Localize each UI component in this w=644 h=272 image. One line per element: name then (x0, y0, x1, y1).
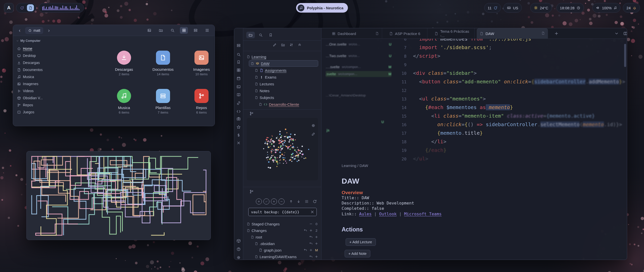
forward-button[interactable]: › (46, 27, 52, 33)
button-add-note[interactable]: + Add Note (345, 250, 370, 257)
note-link-outlook[interactable]: Outlook (379, 212, 397, 216)
tree-item-exams[interactable]: !Exams (243, 74, 321, 81)
tree-item-subjects[interactable]: Subjects (243, 94, 321, 101)
keyboard-layout-module[interactable]: US (503, 3, 522, 13)
sidebar-item-videos[interactable]: Videos (16, 87, 56, 94)
weather-module[interactable]: 24°C (530, 3, 552, 13)
graph-ribbon-button[interactable] (236, 68, 241, 73)
graph-panel-icon[interactable] (249, 111, 254, 116)
folder-item-documentos[interactable]: Documentos 14 items (148, 51, 178, 76)
scrollbar-thumb[interactable] (624, 44, 626, 67)
sidebar-item-desktop[interactable]: Desktop (16, 52, 56, 59)
notifications-module[interactable]: 24 (623, 3, 640, 13)
now-playing-pill[interactable]: Polyphia - Neurotica (296, 3, 348, 13)
commit-message-input[interactable] (248, 208, 317, 216)
tree-item-daw[interactable]: DAW (243, 60, 321, 67)
git-row-changes[interactable]: Changes2 (243, 227, 321, 234)
code-ribbon-button[interactable] (236, 109, 241, 114)
folder-item-musica[interactable]: Musica 6 items (109, 89, 139, 114)
camera-ribbon-button[interactable] (236, 117, 241, 121)
volume-module[interactable]: 100% (592, 3, 620, 13)
vault-switcher-ribbon-button[interactable] (236, 239, 241, 243)
graph-canvas[interactable] (247, 118, 318, 180)
close-tab-button[interactable] (541, 31, 545, 36)
git-row-obsidian[interactable]: .obsidian (243, 240, 321, 247)
audio-visualizer-pill[interactable] (39, 3, 84, 13)
link-ribbon-button[interactable] (236, 101, 241, 106)
split-pane-icon[interactable] (623, 31, 627, 36)
button-add-lecture[interactable]: + Add Lecture (346, 238, 376, 246)
backup-button[interactable] (256, 198, 262, 205)
note-breadcrumb[interactable]: Learning / DAW (342, 163, 368, 168)
git-row-root[interactable]: root (243, 234, 321, 240)
new-folder-button[interactable] (280, 42, 286, 48)
notes-toggle-button[interactable] (27, 4, 34, 11)
sidebar-tab-bookmark[interactable] (266, 32, 275, 38)
sidebar-item-obsidian-v[interactable]: Obsidian V... (16, 94, 56, 101)
dollar-ribbon-button[interactable] (236, 133, 241, 138)
folder-item-imagenes[interactable]: Imagenes 10 items (186, 51, 215, 76)
unstage-all-button[interactable] (278, 198, 285, 205)
git-row-staged-changes[interactable]: Staged Changes0 (243, 221, 321, 227)
sidebar-item-descargas[interactable]: Descargas (16, 59, 56, 66)
git-row-graph-json[interactable]: graph.jsonM (243, 247, 321, 253)
note-link-aules[interactable]: Aules (359, 212, 372, 216)
tree-item-learning[interactable]: Learning (243, 53, 321, 60)
preview-button[interactable] (145, 27, 153, 34)
sidebar-item-repos[interactable]: Repos (16, 101, 56, 109)
folder-item-plantillas[interactable]: Plantillas 7 items (148, 89, 178, 114)
tree-item-notes[interactable]: Notes (243, 87, 321, 94)
sidebar-item-documentos[interactable]: Documentos (16, 66, 56, 73)
refresh-button[interactable] (312, 198, 318, 205)
new-folder-button[interactable] (157, 27, 165, 34)
updates-module[interactable]: 11 (484, 3, 501, 13)
git-row-learning-daw-exams[interactable]: Learning/DAW/Exams (243, 253, 321, 260)
stage-all-button[interactable] (271, 198, 277, 205)
push-button[interactable] (288, 198, 294, 205)
sidebar-tab-folder[interactable] (246, 32, 255, 38)
settings-ribbon-button[interactable] (236, 255, 241, 260)
commit-button[interactable] (263, 198, 269, 205)
tree-item-lectures[interactable]: Lectures (243, 81, 321, 87)
note-link-microsoft-teams[interactable]: Microsoft Teams (404, 212, 441, 216)
git-panel-icon[interactable] (249, 189, 254, 194)
sidebar-item-musica[interactable]: Musica (16, 73, 56, 80)
files-ribbon-button[interactable] (236, 43, 241, 48)
sidebar-item-imagenes[interactable]: Imagenes (16, 80, 56, 87)
tab-list-chevron-icon[interactable] (614, 31, 619, 36)
sidebar-item-juegos[interactable]: Juegos (16, 109, 56, 116)
sidebar-header[interactable]: My Computer (16, 39, 56, 43)
sidebar-item-home[interactable]: Home (16, 45, 56, 52)
new-tab-plus-icon[interactable] (554, 31, 559, 36)
menu-button[interactable] (203, 27, 211, 34)
sidebar-tab-search[interactable] (256, 32, 265, 38)
tree-item-assignments[interactable]: Assignments (243, 67, 321, 74)
power-toggle-button[interactable] (18, 4, 25, 11)
book-ribbon-button[interactable] (236, 93, 241, 97)
clear-commit-icon[interactable] (310, 210, 314, 214)
help-ribbon-button[interactable] (236, 247, 241, 252)
scissors-ribbon-button[interactable] (236, 141, 241, 145)
back-button[interactable]: ‹ (17, 27, 23, 33)
tab-daw[interactable]: DAW (477, 28, 548, 39)
list-view-button[interactable] (191, 27, 199, 34)
grid-view-button[interactable] (180, 27, 188, 34)
pull-button[interactable] (296, 198, 302, 205)
change-list-button[interactable] (304, 198, 310, 205)
tab-dashboard[interactable]: Dashboard (329, 28, 382, 39)
graph-filter-brush-icon[interactable] (311, 132, 315, 136)
launcher-button[interactable]: A (4, 3, 14, 13)
tree-item-desarrollo-cliente[interactable]: Desarrollo-Cliente (243, 101, 321, 108)
search-ribbon-button[interactable] (236, 52, 241, 57)
tab-asp-practice-6[interactable]: ASP Practice 6 (386, 28, 427, 39)
terminal-ribbon-button[interactable] (236, 85, 241, 89)
graph-settings-gear-icon[interactable] (311, 123, 315, 128)
breadcrumb[interactable]: matt (25, 27, 43, 34)
bookmark-ribbon-button[interactable] (236, 60, 241, 64)
tab-tema-6-pr-cticas[interactable]: Tema 6 Prácticas -... (431, 28, 475, 39)
new-note-button[interactable] (271, 42, 278, 48)
star-ribbon-button[interactable] (236, 125, 241, 129)
folder-item-descargas[interactable]: Descargas 2 items (109, 51, 139, 76)
collapse-button[interactable] (296, 42, 303, 48)
folder-item-repos[interactable]: Repos 6 items (186, 89, 215, 114)
